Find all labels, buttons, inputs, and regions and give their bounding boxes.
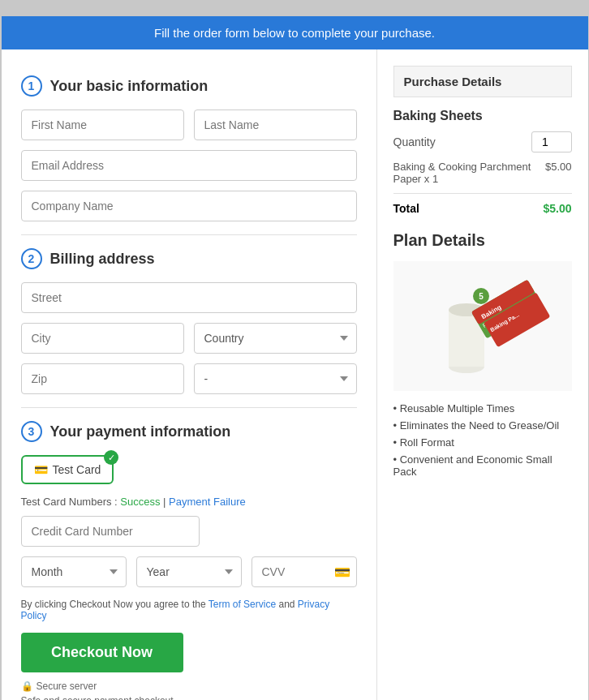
cvv-wrapper: 💳 [252, 556, 357, 587]
street-row [21, 282, 357, 313]
credit-card-input[interactable] [21, 516, 200, 547]
payment-cards: 💳 Test Card ✓ [21, 455, 357, 484]
selected-checkmark: ✓ [104, 450, 118, 465]
terms-text: By clicking Checkout Now you agree to th… [21, 599, 357, 621]
feature-4: Convenient and Economic Small Pack [393, 453, 572, 478]
product-name: Baking Sheets [393, 109, 572, 123]
company-input[interactable] [21, 191, 357, 221]
price-label: Baking & Cooking Parchment Paper x 1 [393, 161, 545, 185]
zip-state-row: - [21, 363, 357, 394]
cc-number-row [21, 516, 357, 547]
state-select[interactable]: - [194, 363, 357, 394]
quantity-label: Quantity [393, 135, 436, 148]
name-row [21, 110, 357, 140]
country-select[interactable]: Country [194, 323, 357, 354]
card-option-test[interactable]: 💳 Test Card ✓ [21, 455, 114, 484]
total-value: $5.00 [543, 202, 571, 215]
credit-card-icon: 💳 [34, 463, 48, 476]
month-select[interactable]: Month [21, 556, 127, 587]
price-row: Baking & Cooking Parchment Paper x 1 $5.… [393, 161, 572, 194]
secure-sub-text: Safe and secure payment checkout. [21, 695, 357, 700]
secure-server-text: 🔒 Secure server [21, 681, 357, 692]
feature-2: Eliminates the Need to Grease/Oil [393, 419, 572, 432]
svg-text:5: 5 [479, 292, 484, 301]
email-input[interactable] [21, 150, 357, 181]
quantity-row: Quantity [393, 131, 572, 152]
test-card-notice: Test Card Numbers : Success | Payment Fa… [21, 496, 357, 508]
section2-number: 2 [21, 248, 42, 269]
failure-link[interactable]: Payment Failure [169, 496, 246, 508]
section2-title: Billing address [50, 251, 155, 268]
section3-number: 3 [21, 421, 42, 442]
price-value: $5.00 [545, 161, 572, 185]
success-link[interactable]: Success [120, 496, 160, 508]
right-panel: Purchase Details Baking Sheets Quantity … [377, 49, 588, 700]
cvv-card-icon: 💳 [334, 565, 350, 580]
total-row: Total $5.00 [393, 202, 572, 215]
terms-link[interactable]: Term of Service [209, 599, 276, 610]
section1-header: 1 Your basic information [21, 75, 357, 97]
section3-header: 3 Your payment information [21, 421, 357, 442]
product-image: Baking Paper Baking Pa... 5 [393, 261, 572, 391]
section1-title: Your basic information [50, 78, 209, 95]
company-row [21, 191, 357, 221]
left-panel: 1 Your basic information 2 Billing addre… [2, 49, 377, 700]
city-input[interactable] [21, 323, 184, 354]
card-label: Test Card [53, 463, 101, 476]
purchase-details-header: Purchase Details [393, 66, 572, 97]
plan-features: Reusable Multiple Times Eliminates the N… [393, 402, 572, 478]
section1-number: 1 [21, 75, 42, 97]
plan-details-title: Plan Details [393, 231, 572, 250]
last-name-input[interactable] [194, 110, 357, 140]
feature-1: Reusable Multiple Times [393, 402, 572, 414]
expiry-cvv-row: Month Year 💳 [21, 556, 357, 587]
quantity-input[interactable] [531, 131, 572, 152]
zip-input[interactable] [21, 363, 184, 394]
first-name-input[interactable] [21, 110, 184, 140]
street-input[interactable] [21, 282, 357, 313]
city-country-row: Country [21, 323, 357, 354]
year-select[interactable]: Year [136, 556, 242, 587]
email-row [21, 150, 357, 181]
section2-header: 2 Billing address [21, 248, 357, 269]
top-banner: Fill the order form below to complete yo… [2, 16, 588, 49]
total-label: Total [393, 202, 419, 215]
feature-3: Roll Format [393, 436, 572, 449]
checkout-button[interactable]: Checkout Now [21, 633, 183, 672]
section3-title: Your payment information [50, 423, 231, 440]
lock-icon: 🔒 [21, 681, 33, 692]
